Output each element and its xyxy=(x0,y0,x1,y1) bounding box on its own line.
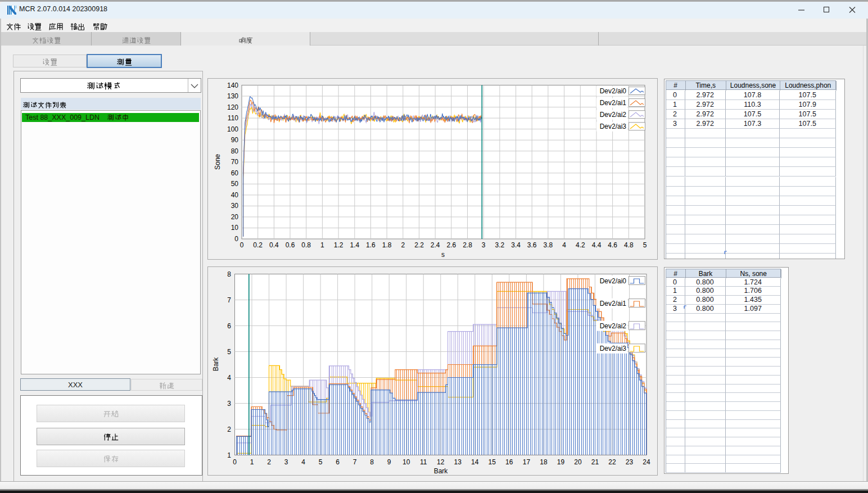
svg-text:1: 1 xyxy=(227,451,231,459)
svg-text:13: 13 xyxy=(454,458,462,466)
svg-text:7: 7 xyxy=(227,296,231,304)
svg-text:4: 4 xyxy=(562,241,566,249)
svg-text:4.4: 4.4 xyxy=(592,241,602,249)
svg-text:12: 12 xyxy=(437,458,445,466)
svg-text:2.8: 2.8 xyxy=(463,241,472,249)
svg-text:0.2: 0.2 xyxy=(253,241,263,249)
svg-text:3: 3 xyxy=(482,241,486,249)
svg-text:7: 7 xyxy=(353,458,357,466)
svg-text:4.2: 4.2 xyxy=(576,241,585,249)
svg-text:11: 11 xyxy=(420,458,427,466)
svg-text:90: 90 xyxy=(231,136,239,144)
svg-text:3: 3 xyxy=(284,458,288,466)
svg-text:130: 130 xyxy=(227,92,238,100)
svg-text:1.2: 1.2 xyxy=(334,241,343,249)
svg-text:3.8: 3.8 xyxy=(544,241,553,249)
svg-text:2.4: 2.4 xyxy=(431,241,440,249)
svg-text:14: 14 xyxy=(471,458,479,466)
svg-text:8: 8 xyxy=(227,270,231,278)
svg-text:16: 16 xyxy=(505,458,513,466)
svg-text:2.2: 2.2 xyxy=(414,241,424,249)
svg-text:80: 80 xyxy=(231,147,239,155)
svg-text:Dev2/ai2: Dev2/ai2 xyxy=(600,111,627,119)
svg-text:1: 1 xyxy=(320,241,324,249)
svg-text:2: 2 xyxy=(227,426,231,433)
svg-text:23: 23 xyxy=(626,458,634,466)
svg-text:20: 20 xyxy=(231,213,239,221)
svg-text:Dev2/ai2: Dev2/ai2 xyxy=(600,322,627,330)
svg-text:0: 0 xyxy=(233,458,237,466)
svg-text:19: 19 xyxy=(557,458,565,466)
svg-text:21: 21 xyxy=(591,458,599,466)
svg-text:70: 70 xyxy=(231,158,239,166)
svg-text:0.4: 0.4 xyxy=(269,241,279,249)
svg-text:15: 15 xyxy=(489,458,496,466)
svg-text:5: 5 xyxy=(643,241,647,249)
svg-text:4.8: 4.8 xyxy=(624,241,634,249)
svg-text:17: 17 xyxy=(523,458,531,466)
svg-text:2: 2 xyxy=(267,458,271,466)
svg-text:0.8: 0.8 xyxy=(301,241,311,249)
svg-text:9: 9 xyxy=(387,458,391,466)
svg-text:1.8: 1.8 xyxy=(382,241,392,249)
svg-text:8: 8 xyxy=(370,458,374,466)
svg-text:Dev2/ai0: Dev2/ai0 xyxy=(600,277,627,285)
svg-text:Dev2/ai0: Dev2/ai0 xyxy=(600,87,627,95)
svg-text:18: 18 xyxy=(540,458,548,466)
svg-text:110: 110 xyxy=(228,114,238,122)
svg-text:s: s xyxy=(441,251,445,259)
svg-text:24: 24 xyxy=(643,458,650,466)
svg-text:1: 1 xyxy=(250,458,254,466)
svg-text:3: 3 xyxy=(227,400,231,408)
svg-text:120: 120 xyxy=(227,103,238,111)
svg-text:100: 100 xyxy=(227,125,238,133)
svg-text:4: 4 xyxy=(301,458,305,466)
svg-text:140: 140 xyxy=(227,82,238,89)
svg-text:2: 2 xyxy=(401,241,405,249)
svg-text:3.2: 3.2 xyxy=(495,241,505,249)
svg-text:4: 4 xyxy=(227,374,231,382)
svg-text:Sone: Sone xyxy=(214,154,221,170)
svg-text:1.6: 1.6 xyxy=(366,241,376,249)
svg-text:1.4: 1.4 xyxy=(350,241,359,249)
svg-text:Dev2/ai1: Dev2/ai1 xyxy=(600,99,627,107)
svg-text:30: 30 xyxy=(231,202,239,210)
svg-text:0: 0 xyxy=(234,235,238,243)
svg-text:Bark: Bark xyxy=(434,467,449,475)
svg-text:0: 0 xyxy=(240,241,244,249)
svg-text:6: 6 xyxy=(227,322,231,330)
svg-text:Bark: Bark xyxy=(212,357,220,372)
svg-text:60: 60 xyxy=(231,169,239,177)
svg-text:22: 22 xyxy=(608,458,616,466)
svg-text:5: 5 xyxy=(227,348,231,356)
svg-text:50: 50 xyxy=(231,180,239,188)
svg-text:Dev2/ai3: Dev2/ai3 xyxy=(600,345,627,352)
svg-text:5: 5 xyxy=(319,458,323,466)
svg-text:0.6: 0.6 xyxy=(286,241,295,249)
svg-text:3.6: 3.6 xyxy=(527,241,537,249)
svg-text:20: 20 xyxy=(574,458,582,466)
svg-text:2.6: 2.6 xyxy=(446,241,456,249)
svg-text:4.6: 4.6 xyxy=(608,241,617,249)
svg-text:Dev2/ai1: Dev2/ai1 xyxy=(600,300,627,307)
svg-text:6: 6 xyxy=(336,458,340,466)
svg-text:3.4: 3.4 xyxy=(511,241,521,249)
svg-text:10: 10 xyxy=(403,458,410,466)
svg-text:Dev2/ai3: Dev2/ai3 xyxy=(600,123,627,130)
svg-text:40: 40 xyxy=(231,191,239,199)
svg-text:10: 10 xyxy=(231,224,239,232)
